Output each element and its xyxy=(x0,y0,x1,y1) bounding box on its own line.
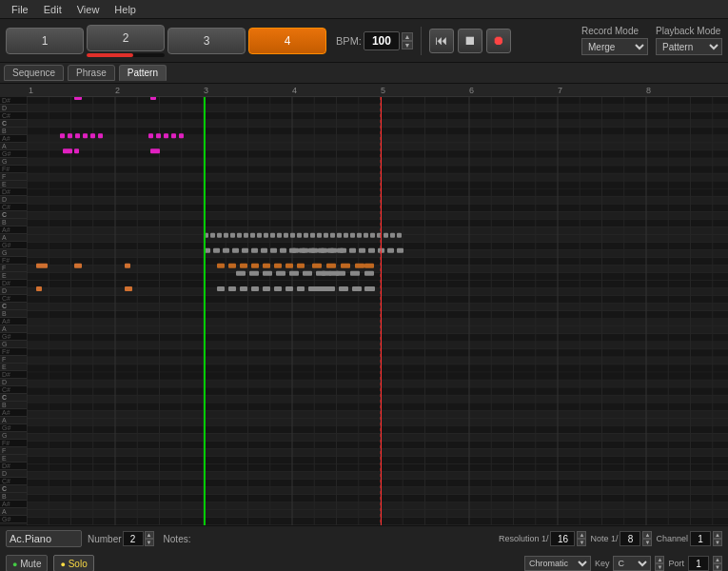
menu-view[interactable]: View xyxy=(69,4,108,15)
tab-sequence[interactable]: Sequence xyxy=(4,65,64,81)
playback-mode-select[interactable]: Pattern Song xyxy=(656,38,722,55)
piano-key-C[interactable]: C xyxy=(0,120,27,128)
piano-key-C[interactable]: C xyxy=(0,303,27,310)
piano-key-B[interactable]: B xyxy=(0,128,27,135)
piano-key-A[interactable]: A xyxy=(0,508,27,516)
piano-key-Dsharp[interactable]: D# xyxy=(0,280,27,287)
piano-key-Asharp[interactable]: A# xyxy=(0,409,27,417)
piano-key-Dsharp[interactable]: D# xyxy=(0,97,27,105)
resolution-up[interactable]: ▲ xyxy=(577,531,586,539)
scale-select[interactable]: Chromatic Major Minor xyxy=(524,556,591,571)
pattern-btn-3[interactable]: 3 xyxy=(167,28,246,54)
piano-key-E[interactable]: E xyxy=(0,455,27,463)
piano-key-Fsharp[interactable]: F# xyxy=(0,440,27,447)
piano-key-C[interactable]: C xyxy=(0,211,27,219)
piano-key-F[interactable]: F xyxy=(0,265,27,272)
piano-key-Fsharp[interactable]: F# xyxy=(0,348,27,356)
piano-key-E[interactable]: E xyxy=(0,181,27,188)
piano-key-A[interactable]: A xyxy=(0,417,27,424)
bpm-up[interactable]: ▲ xyxy=(402,32,413,41)
port-down[interactable]: ▼ xyxy=(713,563,722,571)
piano-key-Csharp[interactable]: C# xyxy=(0,295,27,303)
piano-key-Dsharp[interactable]: D# xyxy=(0,463,27,470)
key-down[interactable]: ▼ xyxy=(655,563,664,571)
piano-key-A[interactable]: A xyxy=(0,234,27,242)
transport-rewind[interactable]: ⏮ xyxy=(429,29,454,53)
resolution-down[interactable]: ▼ xyxy=(577,539,586,546)
grid-area[interactable]: 1 2 3 4 5 6 7 8 xyxy=(27,84,728,525)
pattern-btn-2[interactable]: 2 xyxy=(87,25,165,51)
tab-pattern[interactable]: Pattern xyxy=(119,65,167,81)
piano-key-Gsharp[interactable]: G# xyxy=(0,516,27,523)
pattern-btn-4[interactable]: 4 xyxy=(248,28,326,54)
port-up[interactable]: ▲ xyxy=(713,556,722,563)
piano-key-E[interactable]: E xyxy=(0,364,27,371)
piano-key-B[interactable]: B xyxy=(0,310,27,318)
piano-key-D[interactable]: D xyxy=(0,470,27,478)
key-select[interactable]: C C# D xyxy=(613,556,651,571)
note1-arrows: ▲ ▼ xyxy=(642,531,652,546)
piano-key-Dsharp[interactable]: D# xyxy=(0,188,27,196)
piano-key-C[interactable]: C xyxy=(0,485,27,493)
piano-key-G[interactable]: G xyxy=(0,432,27,440)
piano-key-A[interactable]: A xyxy=(0,325,27,333)
piano-key-F[interactable]: F xyxy=(0,173,27,181)
piano-key-B[interactable]: B xyxy=(0,219,27,226)
piano-key-D[interactable]: D xyxy=(0,105,27,112)
piano-key-Csharp[interactable]: C# xyxy=(0,386,27,394)
mute-button[interactable]: ● Mute xyxy=(6,555,48,571)
piano-key-Gsharp[interactable]: G# xyxy=(0,333,27,341)
piano-key-C[interactable]: C xyxy=(0,394,27,402)
piano-key-G[interactable]: G xyxy=(0,249,27,257)
channel-down[interactable]: ▼ xyxy=(713,539,722,546)
number-input[interactable] xyxy=(123,531,144,546)
number-down[interactable]: ▼ xyxy=(145,539,154,546)
piano-key-B[interactable]: B xyxy=(0,402,27,409)
piano-key-Gsharp[interactable]: G# xyxy=(0,424,27,432)
solo-button[interactable]: ● Solo xyxy=(53,555,93,571)
piano-key-D[interactable]: D xyxy=(0,287,27,295)
pattern-btn-1[interactable]: 1 xyxy=(6,28,84,54)
menu-help[interactable]: Help xyxy=(107,4,144,15)
tab-phrase[interactable]: Phrase xyxy=(68,65,115,81)
transport-record[interactable]: ⏺ xyxy=(486,29,511,53)
piano-key-D[interactable]: D xyxy=(0,196,27,204)
piano-key-Asharp[interactable]: A# xyxy=(0,318,27,325)
instrument-name-input[interactable] xyxy=(6,530,82,547)
piano-key-F[interactable]: F xyxy=(0,447,27,455)
piano-key-Asharp[interactable]: A# xyxy=(0,135,27,143)
piano-key-Gsharp[interactable]: G# xyxy=(0,242,27,249)
piano-key-F[interactable]: F xyxy=(0,356,27,364)
channel-up[interactable]: ▲ xyxy=(713,531,722,539)
piano-key-Dsharp[interactable]: D# xyxy=(0,371,27,379)
piano-key-E[interactable]: E xyxy=(0,272,27,280)
number-up[interactable]: ▲ xyxy=(145,531,154,539)
piano-key-Csharp[interactable]: C# xyxy=(0,204,27,211)
piano-key-Fsharp[interactable]: F# xyxy=(0,257,27,265)
piano-key-Csharp[interactable]: C# xyxy=(0,478,27,485)
piano-key-D[interactable]: D xyxy=(0,379,27,386)
menu-file[interactable]: File xyxy=(4,4,36,15)
piano-key-Csharp[interactable]: C# xyxy=(0,112,27,120)
bpm-down[interactable]: ▼ xyxy=(402,41,413,49)
pattern-btn-2-container: 2 xyxy=(87,25,165,57)
bpm-input[interactable] xyxy=(364,31,400,50)
piano-key-B[interactable]: B xyxy=(0,493,27,501)
note1-down[interactable]: ▼ xyxy=(642,539,652,546)
piano-key-G[interactable]: G xyxy=(0,341,27,348)
record-mode-select[interactable]: Merge Overwrite xyxy=(581,38,648,55)
note1-input[interactable] xyxy=(620,531,640,546)
piano-key-Gsharp[interactable]: G# xyxy=(0,150,27,158)
note1-up[interactable]: ▲ xyxy=(642,531,652,539)
channel-input[interactable] xyxy=(690,531,711,546)
key-up[interactable]: ▲ xyxy=(655,556,664,563)
piano-key-Asharp[interactable]: A# xyxy=(0,501,27,508)
resolution-input[interactable] xyxy=(550,531,575,546)
transport-stop[interactable]: ⏹ xyxy=(458,29,482,53)
menu-edit[interactable]: Edit xyxy=(36,4,69,15)
piano-key-G[interactable]: G xyxy=(0,158,27,166)
piano-key-Asharp[interactable]: A# xyxy=(0,226,27,234)
piano-key-A[interactable]: A xyxy=(0,143,27,150)
piano-key-Fsharp[interactable]: F# xyxy=(0,166,27,173)
port-input[interactable] xyxy=(688,556,709,571)
